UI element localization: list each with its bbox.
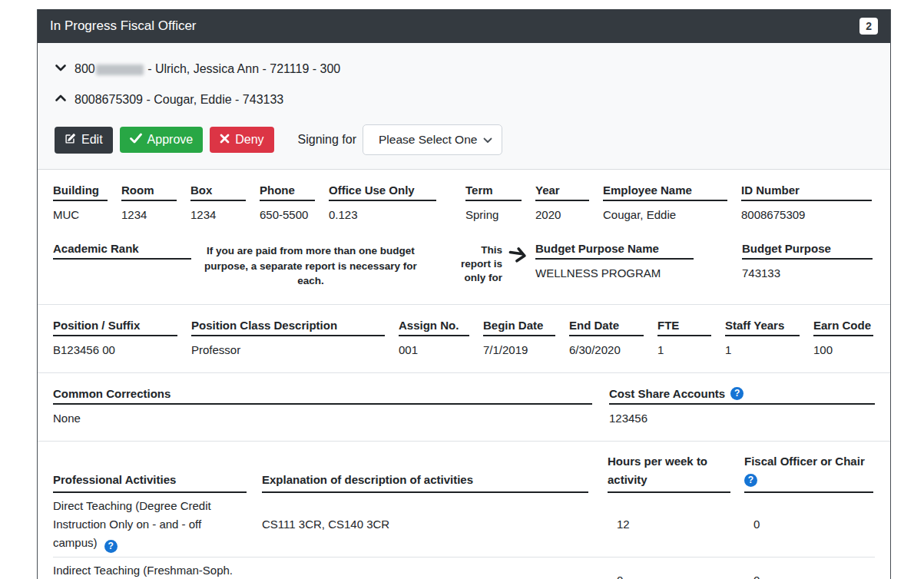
report-row-label: 800 - Ulrich, Jessica Ann - 721119 - 300 xyxy=(75,62,340,76)
signing-for-label: Signing for xyxy=(298,133,357,147)
activity-hours: 12 xyxy=(608,515,744,534)
arrow-right-icon xyxy=(508,246,529,266)
employee-fields-row: BuildingMUC Room1234 Box1234 Phone650-55… xyxy=(53,184,875,222)
employee-info-section: BuildingMUC Room1234 Box1234 Phone650-55… xyxy=(38,170,890,305)
count-badge: 2 xyxy=(859,18,878,35)
field-label-building: Building xyxy=(53,184,108,201)
col-header-explanation: Explanation of description of activities xyxy=(262,471,588,493)
report-row-expanded[interactable]: 8008675309 - Cougar, Eddie - 743133 xyxy=(50,84,878,115)
report-only-for-label: This report is only for xyxy=(449,242,502,286)
signing-for-select[interactable]: Please Select One xyxy=(363,124,502,155)
field-value-end-date: 6/30/2020 xyxy=(569,343,657,357)
field-label-room: Room xyxy=(121,184,177,201)
activity-name: Direct Teaching (Degree Credit Instructi… xyxy=(53,497,262,553)
field-label-id-number: ID Number xyxy=(741,184,872,201)
field-label-employee-name: Employee Name xyxy=(603,184,727,201)
field-label-common-corrections: Common Corrections xyxy=(53,387,592,405)
field-label-phone: Phone xyxy=(260,184,315,201)
activities-header-row: Professional Activities Explanation of d… xyxy=(53,452,875,493)
field-label-term: Term xyxy=(465,184,522,201)
check-icon xyxy=(130,133,142,147)
action-bar: Edit Approve Deny Signing for Please Sel… xyxy=(50,124,878,155)
fiscal-officer-card: In Progress Fiscal Officer 2 800 - Ulric… xyxy=(37,9,891,579)
help-icon[interactable]: ? xyxy=(730,387,744,400)
col-header-hours-per-week: Hours per week to activity xyxy=(608,452,730,493)
field-value-begin-date: 7/1/2019 xyxy=(483,343,569,357)
redacted-id xyxy=(96,65,144,75)
signing-for-selected-value: Please Select One xyxy=(379,133,477,147)
field-value-employee-name: Cougar, Eddie xyxy=(603,208,741,222)
approve-button[interactable]: Approve xyxy=(120,127,204,153)
position-section: Position / SuffixB123456 00 Position Cla… xyxy=(38,305,890,373)
field-label-position-suffix: Position / Suffix xyxy=(53,319,177,336)
approve-button-label: Approve xyxy=(147,133,194,147)
deny-button[interactable]: Deny xyxy=(210,127,273,153)
field-value-phone: 650-5500 xyxy=(260,208,329,222)
field-label-assign-no: Assign No. xyxy=(399,319,469,336)
chevron-up-icon xyxy=(55,92,67,108)
activity-hours: 0 xyxy=(608,571,744,579)
field-label-year: Year xyxy=(535,184,589,201)
field-value-fte: 1 xyxy=(657,343,725,357)
activity-explanation: CS111 3CR, CS140 3CR xyxy=(262,515,608,534)
position-fields-row: Position / SuffixB123456 00 Position Cla… xyxy=(53,319,875,357)
field-label-office-use-only: Office Use Only xyxy=(329,184,436,201)
field-label-budget-purpose-name: Budget Purpose Name xyxy=(535,242,694,260)
field-value-room: 1234 xyxy=(121,208,190,222)
budget-purpose-note: If you are paid from more than one budge… xyxy=(198,242,423,289)
help-icon[interactable]: ? xyxy=(744,474,757,487)
report-list-panel: 800 - Ulrich, Jessica Ann - 721119 - 300… xyxy=(38,43,890,170)
field-label-earn-code: Earn Code xyxy=(813,319,873,336)
report-row-collapsed[interactable]: 800 - Ulrich, Jessica Ann - 721119 - 300 xyxy=(50,54,878,84)
chevron-down-icon xyxy=(483,133,492,147)
field-value-year: 2020 xyxy=(535,208,603,222)
field-value-id-number: 8008675309 xyxy=(741,208,875,222)
activity-fiscal-hours: 0 xyxy=(744,571,875,579)
report-row-label: 8008675309 - Cougar, Eddie - 743133 xyxy=(75,93,283,107)
help-icon[interactable]: ? xyxy=(104,540,118,553)
field-value-cost-share-accounts: 123456 xyxy=(609,412,876,425)
field-value-staff-years: 1 xyxy=(725,343,813,357)
report-id-prefix: 800 xyxy=(75,62,95,75)
field-label-staff-years: Staff Years xyxy=(725,319,800,336)
field-value-budget-purpose-name: WELLNESS PROGRAM xyxy=(535,266,694,280)
deny-button-label: Deny xyxy=(235,133,263,147)
field-label-cost-share-accounts: Cost Share Accounts ? xyxy=(609,387,875,405)
edit-button-label: Edit xyxy=(81,133,103,147)
academic-rank-row: Academic Rank If you are paid from more … xyxy=(53,242,875,289)
field-value-earn-code: 100 xyxy=(813,343,875,357)
field-label-begin-date: Begin Date xyxy=(483,319,555,336)
activity-row: Indirect Teaching (Freshman-Soph. Level)… xyxy=(53,557,875,579)
field-value-position-class-description: Professor xyxy=(191,343,399,357)
field-value-common-corrections: None xyxy=(53,412,598,425)
field-value-academic-rank xyxy=(53,266,191,280)
field-value-office-use-only: 0.123 xyxy=(329,208,465,222)
x-icon xyxy=(220,133,230,147)
field-label-box: Box xyxy=(190,184,246,201)
field-label-end-date: End Date xyxy=(569,319,644,336)
chevron-down-icon xyxy=(55,61,67,77)
activity-name: Indirect Teaching (Freshman-Soph. Level)… xyxy=(53,561,262,579)
field-value-box: 1234 xyxy=(190,208,260,222)
edit-button[interactable]: Edit xyxy=(55,127,113,154)
col-header-professional-activities: Professional Activities xyxy=(53,471,247,493)
field-value-building: MUC xyxy=(53,208,121,222)
report-id-suffix: - Ulrich, Jessica Ann - 721119 - 300 xyxy=(144,62,341,75)
page-title: In Progress Fiscal Officer xyxy=(50,18,197,34)
field-label-academic-rank: Academic Rank xyxy=(53,242,191,260)
field-value-term: Spring xyxy=(465,208,535,222)
corrections-section: Common Corrections None Cost Share Accou… xyxy=(38,373,890,442)
edit-pencil-icon xyxy=(65,133,76,147)
field-value-assign-no: 001 xyxy=(399,343,483,357)
activity-fiscal-hours: 0 xyxy=(744,515,875,534)
field-value-budget-purpose: 743133 xyxy=(742,266,875,280)
activities-section: Professional Activities Explanation of d… xyxy=(38,442,890,579)
card-header: In Progress Fiscal Officer 2 xyxy=(38,9,890,43)
field-value-position-suffix: B123456 00 xyxy=(53,343,191,357)
field-label-fte: FTE xyxy=(657,319,711,336)
col-header-fiscal-officer-or-chair: Fiscal Officer or Chair ? xyxy=(744,452,873,493)
field-label-position-class-description: Position Class Description xyxy=(191,319,385,336)
field-label-budget-purpose: Budget Purpose xyxy=(742,242,873,260)
activity-row: Direct Teaching (Degree Credit Instructi… xyxy=(53,493,875,557)
